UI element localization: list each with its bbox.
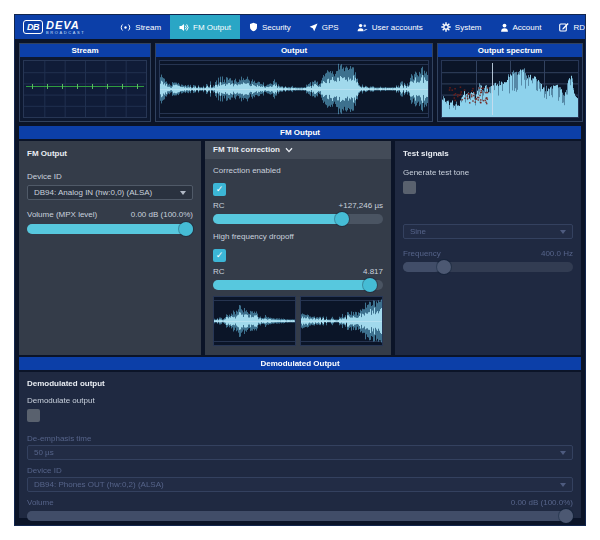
nav-fm-output-label: FM Output [193, 23, 231, 32]
chevron-down-icon [285, 147, 293, 153]
monitor-panels: Stream Output Output spectrum [15, 39, 585, 124]
demod-card-title: Demodulated output [27, 379, 573, 388]
broadcast-icon [120, 23, 131, 32]
output-spectrum [442, 61, 578, 117]
generate-test-tone-checkbox[interactable] [403, 181, 416, 194]
output-panel-title: Output [156, 44, 432, 57]
nav-stream[interactable]: Stream [111, 15, 170, 39]
demod-volume-label: Volume [27, 498, 54, 507]
device-id-select[interactable]: DB94: Analog IN (hw:0,0) (ALSA) [27, 185, 193, 200]
generate-test-tone-label: Generate test tone [403, 168, 573, 177]
slider-handle[interactable] [179, 222, 193, 236]
correction-enabled-checkbox[interactable] [213, 183, 226, 196]
app-window: DB DEVA BROADCAST Stream FM Output Secur… [14, 14, 586, 526]
logo-sub: BROADCAST [46, 31, 85, 35]
fm-tilt-card: FM Tilt correction Correction enabled RC… [205, 141, 391, 355]
demodulated-output-card: Demodulated output Demodulate output De-… [19, 372, 581, 518]
person-icon [500, 23, 509, 32]
slider-handle[interactable] [437, 260, 451, 274]
demod-device-id-select[interactable]: DB94: Phones OUT (hw:0,2) (ALSA) [27, 477, 573, 492]
rc2-value: 4.817 [363, 267, 383, 276]
shield-icon [249, 22, 258, 32]
nav-user-accounts[interactable]: User accounts [348, 15, 432, 39]
speaker-icon [179, 23, 189, 32]
fm-output-cards: FM Output Device ID DB94: Analog IN (hw:… [19, 141, 581, 355]
test-waveform-select[interactable]: Sine [403, 224, 573, 239]
nav-account-label: Account [513, 23, 542, 32]
volume-mpx-label: Volume (MPX level) [27, 210, 97, 219]
volume-mpx-value: 0.00 dB (100.0%) [131, 210, 193, 219]
stream-scope [24, 61, 146, 117]
deva-logo[interactable]: DB DEVA BROADCAST [23, 20, 85, 35]
spectrum-panel-title: Output spectrum [438, 44, 582, 57]
gps-icon [309, 23, 318, 32]
hf-dropoff-checkbox[interactable] [213, 249, 226, 262]
demod-volume-value: 0.00 dB (100.0%) [511, 498, 573, 507]
nav-rds-label: RDS [573, 23, 586, 32]
caret-down-icon [560, 483, 566, 487]
demod-device-id-select-value: DB94: Phones OUT (hw:0,2) (ALSA) [34, 480, 164, 489]
test-waveform-select-value: Sine [410, 227, 426, 236]
caret-down-icon [560, 451, 566, 455]
device-id-label: Device ID [27, 172, 193, 181]
slider-handle[interactable] [335, 212, 349, 226]
navbar: DB DEVA BROADCAST Stream FM Output Secur… [15, 15, 585, 39]
nav-gps[interactable]: GPS [300, 15, 348, 39]
demodulate-output-label: Demodulate output [27, 396, 573, 405]
test-signals-title: Test signals [403, 149, 573, 158]
spectrum-panel: Output spectrum [437, 43, 583, 122]
rc2-label: RC [213, 267, 225, 276]
users-icon [357, 23, 368, 32]
nav-account[interactable]: Account [491, 23, 551, 32]
nav-stream-label: Stream [135, 23, 161, 32]
nav-system[interactable]: System [432, 15, 491, 39]
nav-right: Account RDS [491, 15, 586, 39]
deemphasis-select[interactable]: 50 µs [27, 445, 573, 460]
rc1-label: RC [213, 201, 225, 210]
tilt-waveform-before [214, 297, 295, 345]
edit-icon [559, 22, 569, 32]
deemphasis-select-value: 50 µs [34, 448, 54, 457]
nav-fm-output[interactable]: FM Output [170, 15, 240, 39]
caret-down-icon [560, 230, 566, 234]
logo-brand: DEVA [46, 20, 85, 31]
fm-tilt-header[interactable]: FM Tilt correction [205, 141, 391, 159]
deemphasis-label: De-emphasis time [27, 434, 573, 443]
fm-output-section-header: FM Output [19, 126, 581, 139]
fm-output-card-title: FM Output [27, 149, 193, 158]
demod-device-id-label: Device ID [27, 466, 573, 475]
frequency-label: Frequency [403, 249, 441, 258]
demod-volume-slider[interactable] [27, 511, 573, 521]
test-signals-card: Test signals Generate test tone Sine Fre… [395, 141, 581, 355]
rc2-slider[interactable] [213, 280, 383, 290]
gear-icon [441, 22, 451, 32]
nav-system-label: System [455, 23, 482, 32]
frequency-value: 400.0 Hz [541, 249, 573, 258]
nav-rds[interactable]: RDS [550, 22, 586, 32]
stream-panel: Stream [19, 43, 151, 122]
stream-panel-title: Stream [20, 44, 150, 57]
output-waveform [160, 61, 428, 117]
rc1-value: +127,246 µs [339, 201, 383, 210]
caret-down-icon [180, 191, 186, 195]
nav-security-label: Security [262, 23, 291, 32]
output-panel: Output [155, 43, 433, 122]
nav-items: Stream FM Output Security GPS User accou… [111, 15, 490, 39]
frequency-slider[interactable] [403, 262, 573, 272]
slider-handle[interactable] [363, 278, 377, 292]
volume-mpx-slider[interactable] [27, 224, 193, 234]
device-id-select-value: DB94: Analog IN (hw:0,0) (ALSA) [34, 188, 152, 197]
demod-section-header: Demodulated Output [19, 357, 581, 370]
hf-dropoff-label: High frequency dropoff [213, 232, 383, 241]
logo-db-mark: DB [23, 20, 43, 34]
fm-output-card: FM Output Device ID DB94: Analog IN (hw:… [19, 141, 201, 355]
nav-user-accounts-label: User accounts [372, 23, 423, 32]
demodulate-output-checkbox[interactable] [27, 409, 40, 422]
correction-enabled-label: Correction enabled [213, 166, 383, 175]
nav-gps-label: GPS [322, 23, 339, 32]
fm-tilt-header-label: FM Tilt correction [213, 141, 280, 159]
tilt-waveform-after [301, 297, 382, 345]
slider-handle[interactable] [559, 509, 573, 523]
nav-security[interactable]: Security [240, 15, 300, 39]
rc1-slider[interactable] [213, 214, 383, 224]
